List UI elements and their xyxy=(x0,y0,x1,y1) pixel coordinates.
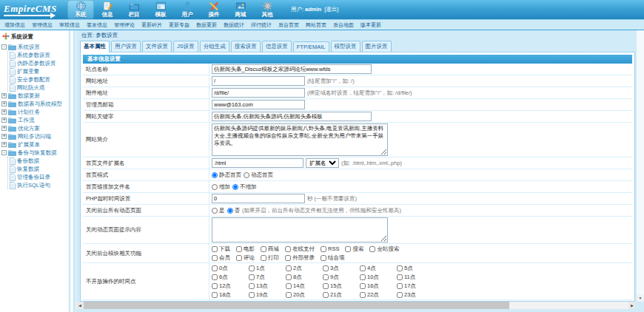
nav-item-info[interactable]: 信息 xyxy=(94,0,121,19)
close_modules-check-1-1[interactable]: 评论 xyxy=(236,254,255,262)
tree-node-tables-models[interactable]: +数据表与系统模型 xyxy=(1,100,68,108)
tree-expander-icon[interactable]: + xyxy=(1,109,7,115)
tab-basic[interactable]: 基本属性 xyxy=(80,41,110,52)
closed_hours-check-2-5[interactable]: 17点 xyxy=(397,282,434,290)
index_mode-radio-0[interactable] xyxy=(212,172,218,178)
closed_hours-checkbox-2-1[interactable] xyxy=(249,283,255,289)
tree-node-backup-restore[interactable]: -备份与恢复数据 xyxy=(1,149,68,157)
index_filename-option-1[interactable]: 不增加 xyxy=(232,183,257,191)
nav-item-system[interactable]: 系统 xyxy=(67,0,94,19)
closed_hours-check-0-3[interactable]: 3点 xyxy=(323,264,360,272)
site_keywords-input[interactable] xyxy=(212,112,372,121)
closed_hours-checkbox-3-4[interactable] xyxy=(360,292,366,298)
tree-expander-icon[interactable]: + xyxy=(1,93,7,98)
close_modules-checkbox-0-5[interactable] xyxy=(345,246,351,252)
closed_hours-checkbox-0-3[interactable] xyxy=(323,265,329,271)
menubar-item-0[interactable]: 增加信息 xyxy=(4,21,25,29)
frame-splitter[interactable] xyxy=(68,30,76,312)
scroll-right-icon[interactable]: ▶ xyxy=(628,302,636,309)
close_modules-checkbox-0-3[interactable] xyxy=(285,246,291,252)
menubar-item-10[interactable]: 后台首页 xyxy=(278,21,299,29)
closed_hours-checkbox-2-4[interactable] xyxy=(360,283,366,289)
close_modules-checkbox-1-2[interactable] xyxy=(261,255,266,261)
closed_hours-checkbox-3-1[interactable] xyxy=(249,292,255,298)
close_modules-check-0-3[interactable]: 在线支付 xyxy=(285,245,315,253)
vertical-scrollbar[interactable]: ▼ xyxy=(637,30,644,302)
tab-info[interactable]: 信息设置 xyxy=(262,41,292,52)
closed_hours-check-2-4[interactable]: 16点 xyxy=(360,282,397,290)
tab-search[interactable]: 搜索设置 xyxy=(231,41,261,52)
closed_hours-checkbox-0-5[interactable] xyxy=(397,265,403,271)
closed_hours-checkbox-3-2[interactable] xyxy=(286,292,292,298)
tree-leaf-restore-data[interactable]: 恢复数据 xyxy=(10,165,68,173)
tree-leaf-rewrite-params[interactable]: 伪静态参数设置 xyxy=(10,59,68,67)
close_modules-checkbox-1-0[interactable] xyxy=(212,255,218,261)
tab-group[interactable]: 分组生成 xyxy=(200,41,229,52)
closed_hours-checkbox-2-3[interactable] xyxy=(323,283,329,289)
tree-node-sys-settings[interactable]: -系统设置 xyxy=(1,43,68,51)
menubar-item-3[interactable]: 签发信息 xyxy=(87,21,107,29)
tree-expander-icon[interactable]: - xyxy=(1,44,7,50)
menubar-item-13[interactable]: 版本更新 xyxy=(360,21,381,29)
closed_hours-checkbox-1-1[interactable] xyxy=(249,274,255,280)
site_name-input[interactable] xyxy=(212,64,372,74)
close_modules-checkbox-0-1[interactable] xyxy=(236,246,242,252)
nav-item-user[interactable]: 用户 xyxy=(174,0,201,19)
closed_hours-check-0-0[interactable]: 0点 xyxy=(212,264,249,272)
closed_hours-check-2-0[interactable]: 12点 xyxy=(212,282,249,290)
closed_hours-check-3-5[interactable]: 23点 xyxy=(397,291,434,299)
tab-image[interactable]: 图片设置 xyxy=(362,41,392,52)
menubar-item-2[interactable]: 审核信息 xyxy=(59,21,80,29)
menubar-item-4[interactable]: 管理评论 xyxy=(114,21,135,29)
tree-leaf-security-params[interactable]: 安全参数配置 xyxy=(10,75,68,84)
tree-expander-icon[interactable]: + xyxy=(1,134,7,139)
close_dynamic-radio-1[interactable] xyxy=(227,208,233,214)
closed_hours-checkbox-2-2[interactable] xyxy=(286,283,292,289)
close_modules-check-1-4[interactable]: 结合项 xyxy=(321,254,345,262)
closed_hours-checkbox-0-1[interactable] xyxy=(249,265,255,271)
tree-leaf-run-sql[interactable]: 执行SQL语句 xyxy=(10,181,68,189)
closed_hours-check-1-2[interactable]: 8点 xyxy=(286,273,323,281)
index_ext-input[interactable] xyxy=(212,158,303,168)
admin_email-input[interactable] xyxy=(212,100,305,109)
php_timeout-input[interactable] xyxy=(212,194,305,203)
index_mode-option-0[interactable]: 静态首页 xyxy=(212,172,241,179)
tab-js[interactable]: JS设置 xyxy=(173,41,198,52)
horizontal-scrollbar[interactable]: ◀ ▶ xyxy=(76,302,636,309)
nav-item-other[interactable]: 其他 xyxy=(254,0,281,19)
closed_hours-checkbox-3-5[interactable] xyxy=(397,292,403,298)
index_filename-option-0[interactable]: 增加 xyxy=(212,183,230,191)
horizontal-scroll-thumb[interactable] xyxy=(84,302,509,309)
closed_hours-checkbox-1-2[interactable] xyxy=(286,274,292,280)
close_modules-check-1-3[interactable]: 外部登录 xyxy=(285,254,315,262)
closed_hours-check-3-1[interactable]: 19点 xyxy=(249,291,286,299)
closed_hours-check-2-2[interactable]: 14点 xyxy=(286,282,323,290)
closed_hours-checkbox-3-0[interactable] xyxy=(212,292,218,298)
closed_hours-check-1-3[interactable]: 9点 xyxy=(323,273,360,281)
index_filename-radio-1[interactable] xyxy=(232,184,238,190)
menubar-item-1[interactable]: 管理信息 xyxy=(32,21,53,29)
site_description-textarea[interactable] xyxy=(212,123,388,156)
close_modules-checkbox-0-6[interactable] xyxy=(369,246,375,252)
tree-node-data-update[interactable]: +数据更新 xyxy=(1,92,68,100)
logout-link[interactable]: [退出] xyxy=(324,6,338,13)
close_modules-check-1-2[interactable]: 打印 xyxy=(261,254,279,262)
closed_hours-check-2-1[interactable]: 13点 xyxy=(249,282,286,290)
closed_hours-checkbox-0-4[interactable] xyxy=(360,265,366,271)
tab-ftp[interactable]: FTP/EMAIL xyxy=(293,41,329,52)
close_dynamic-option-0[interactable]: 是 xyxy=(212,207,225,214)
tree-leaf-sys-params[interactable]: 系统参数设置 xyxy=(10,51,68,59)
menubar-item-11[interactable]: 网站首页 xyxy=(306,21,326,29)
closed_hours-check-1-4[interactable]: 10点 xyxy=(360,273,397,281)
closed_hours-check-3-3[interactable]: 21点 xyxy=(323,291,360,299)
site_url-input[interactable] xyxy=(212,76,305,86)
close_modules-check-0-5[interactable]: 搜索 xyxy=(345,245,363,253)
closed_hours-check-2-3[interactable]: 15点 xyxy=(323,282,360,290)
tree-node-ext-menu[interactable]: +扩展菜单 xyxy=(1,140,68,149)
closed_hours-check-0-4[interactable]: 4点 xyxy=(360,264,397,272)
closed_hours-checkbox-3-3[interactable] xyxy=(323,292,329,298)
empirecms-logo[interactable]: EmpireCMS xyxy=(0,4,67,16)
closed_hours-check-3-0[interactable]: 18点 xyxy=(212,291,249,299)
closed_hours-checkbox-0-2[interactable] xyxy=(286,265,292,271)
menubar-item-5[interactable]: 更新碎片 xyxy=(141,21,162,29)
